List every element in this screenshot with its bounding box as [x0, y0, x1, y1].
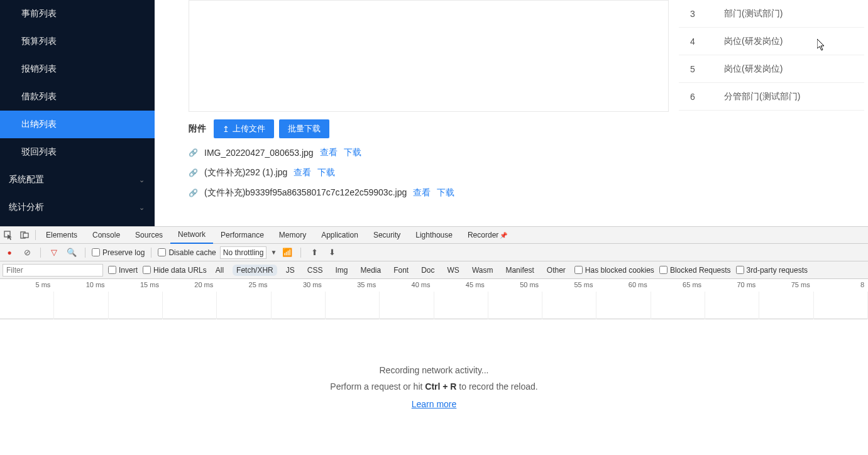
filter-js[interactable]: JS [282, 265, 299, 276]
batch-download-button[interactable]: 批量下载 [279, 119, 329, 138]
chevron-down-icon: ⌄ [139, 204, 145, 212]
timeline-column [272, 292, 326, 319]
tab-security[interactable]: Security [366, 227, 408, 244]
blocked-requests-checkbox[interactable]: Blocked Requests [659, 266, 731, 275]
sidebar-item-budget[interactable]: 预算列表 [0, 28, 155, 55]
clear-icon[interactable]: ⊘ [20, 248, 34, 257]
tab-memory[interactable]: Memory [272, 227, 314, 244]
invert-checkbox[interactable]: Invert [108, 266, 138, 275]
search-icon[interactable]: 🔍 [65, 248, 79, 257]
learn-more-link[interactable]: Learn more [412, 399, 457, 409]
attachment-download-link[interactable]: 下载 [437, 187, 454, 199]
timeline-tick: 20 ms [194, 281, 213, 288]
filter-doc[interactable]: Doc [417, 265, 438, 276]
row-value: 岗位(研发岗位) [724, 63, 864, 75]
sidebar-item-cashier[interactable]: 出纳列表 [0, 111, 155, 138]
timeline-body [0, 292, 868, 319]
network-timeline[interactable]: 5 ms10 ms15 ms20 ms25 ms30 ms35 ms40 ms4… [0, 279, 868, 319]
filter-css[interactable]: CSS [304, 265, 327, 276]
table-row[interactable]: 6 分管部门(测试部门) [679, 83, 864, 111]
devtools-tabs: Elements Console Sources Network Perform… [0, 227, 868, 244]
tab-console[interactable]: Console [85, 227, 128, 244]
filter-input[interactable] [3, 264, 103, 277]
sidebar-item-analytics[interactable]: 统计分析 ⌄ [0, 194, 155, 221]
tab-recorder[interactable]: Recorder 📌 [460, 227, 515, 244]
filter-fetch-xhr[interactable]: Fetch/XHR [233, 265, 277, 276]
pin-icon: 📌 [500, 232, 507, 239]
sidebar-item-reject[interactable]: 驳回列表 [0, 138, 155, 166]
import-har-icon[interactable]: ⬆ [307, 248, 321, 257]
disable-cache-input[interactable] [158, 248, 166, 256]
preserve-log-input[interactable] [92, 248, 100, 256]
tab-performance[interactable]: Performance [213, 227, 272, 244]
device-toggle-icon[interactable] [16, 231, 33, 239]
timeline-column [488, 292, 542, 319]
filter-other[interactable]: Other [543, 265, 569, 276]
filter-font[interactable]: Font [390, 265, 412, 276]
upload-button[interactable]: ↥ 上传文件 [214, 119, 274, 138]
main-content: 附件 ↥ 上传文件 批量下载 🔗 IMG_20220427_080653.jpg… [155, 0, 868, 226]
attachments-section: 附件 ↥ 上传文件 批量下载 🔗 IMG_20220427_080653.jpg… [189, 119, 669, 199]
timeline-column [0, 292, 54, 319]
content-textarea[interactable] [189, 0, 669, 112]
attachment-view-link[interactable]: 查看 [294, 167, 311, 178]
attachment-filename: (文件补充)292 (1).jpg [204, 167, 287, 178]
tab-lighthouse[interactable]: Lighthouse [408, 227, 460, 244]
table-row[interactable]: 4 岗位(研发岗位) [679, 28, 864, 55]
throttling-dropdown-icon[interactable]: ▼ [270, 249, 277, 256]
filter-img[interactable]: Img [331, 265, 351, 276]
hide-data-urls-input[interactable] [143, 266, 151, 274]
record-button-icon[interactable]: ● [3, 248, 16, 257]
sidebar-item-reimburse[interactable]: 报销列表 [0, 55, 155, 83]
attachment-download-link[interactable]: 下载 [344, 147, 361, 158]
tab-elements[interactable]: Elements [38, 227, 85, 244]
throttling-select[interactable]: No throttling [220, 246, 267, 259]
sidebar-item-system-config[interactable]: 系统配置 ⌄ [0, 166, 155, 194]
cursor-icon [817, 39, 827, 52]
sidebar-item-loan[interactable]: 借款列表 [0, 83, 155, 111]
preserve-log-checkbox[interactable]: Preserve log [92, 248, 145, 257]
disable-cache-label: Disable cache [168, 248, 216, 257]
attachment-row: 🔗 IMG_20220427_080653.jpg 查看 下载 [189, 147, 669, 158]
empty-line2: Perform a request or hit Ctrl + R to rec… [330, 381, 537, 392]
filter-wasm[interactable]: Wasm [468, 265, 497, 276]
tab-sources[interactable]: Sources [128, 227, 170, 244]
has-blocked-input[interactable] [574, 266, 583, 274]
timeline-tick: 50 ms [520, 281, 539, 288]
row-number: 4 [679, 36, 724, 47]
timeline-column [217, 292, 271, 319]
network-conditions-icon[interactable]: 📶 [280, 248, 294, 257]
svg-rect-2 [23, 233, 28, 238]
third-party-checkbox[interactable]: 3rd-party requests [736, 266, 808, 275]
filter-ws[interactable]: WS [444, 265, 463, 276]
table-row[interactable]: 3 部门(测试部门) [679, 0, 864, 28]
inspect-element-icon[interactable] [0, 231, 16, 240]
filter-toggle-icon[interactable]: ▽ [47, 248, 61, 257]
attachment-view-link[interactable]: 查看 [413, 187, 431, 199]
timeline-tick: 40 ms [412, 281, 431, 288]
attachment-download-link[interactable]: 下载 [317, 167, 335, 178]
filter-media[interactable]: Media [356, 265, 385, 276]
row-value: 部门(测试部门) [724, 8, 864, 19]
timeline-tick: 35 ms [357, 281, 376, 288]
attachment-view-link[interactable]: 查看 [320, 147, 338, 158]
has-blocked-cookies-checkbox[interactable]: Has blocked cookies [574, 266, 654, 275]
tab-network[interactable]: Network [170, 227, 213, 244]
export-har-icon[interactable]: ⬇ [325, 248, 339, 257]
sidebar-item-pre[interactable]: 事前列表 [0, 0, 155, 28]
hide-data-urls-checkbox[interactable]: Hide data URLs [143, 266, 207, 275]
table-row[interactable]: 5 岗位(研发岗位) [679, 55, 864, 83]
blocked-requests-input[interactable] [659, 266, 667, 274]
third-party-input[interactable] [736, 266, 744, 274]
preserve-log-label: Preserve log [102, 248, 145, 257]
timeline-tick: 45 ms [466, 281, 485, 288]
sidebar: 事前列表 预算列表 报销列表 借款列表 出纳列表 驳回列表 系统配置 ⌄ 统计分… [0, 0, 155, 226]
filter-manifest[interactable]: Manifest [502, 265, 537, 276]
invert-input[interactable] [108, 266, 116, 274]
disable-cache-checkbox[interactable]: Disable cache [158, 248, 216, 257]
timeline-tick: 75 ms [791, 281, 810, 288]
row-number: 3 [679, 9, 724, 19]
tab-application[interactable]: Application [314, 227, 366, 244]
right-side-table: 3 部门(测试部门) 4 岗位(研发岗位) 5 岗位(研发岗位) 6 分管部门(… [679, 0, 864, 220]
filter-all[interactable]: All [212, 265, 228, 276]
